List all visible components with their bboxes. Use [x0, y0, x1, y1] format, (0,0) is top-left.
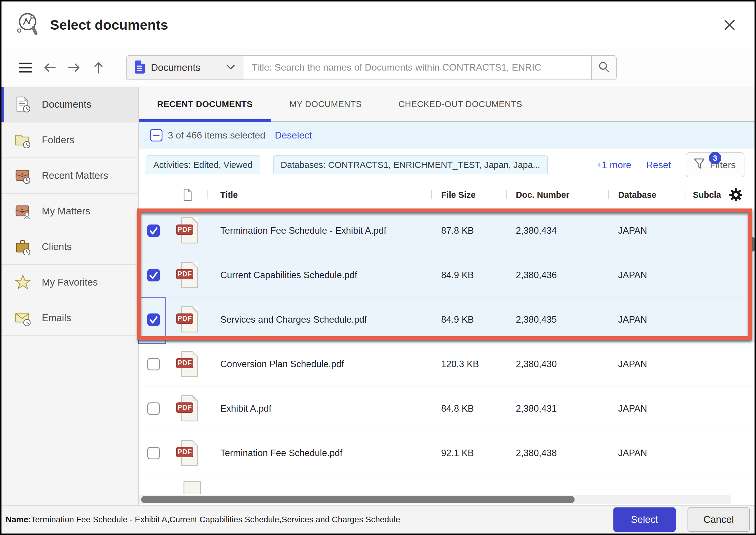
sidebar-item-folders[interactable]: Folders [2, 123, 138, 158]
select-documents-dialog: Select documents [0, 0, 756, 535]
sidebar-item-clients[interactable]: Clients [2, 229, 138, 265]
row-doc-number: 2,380,430 [506, 359, 608, 370]
row-database: JAPAN [608, 359, 685, 370]
row-file-size: 84.9 KB [431, 270, 506, 281]
sidebar-item-label: Recent Matters [42, 170, 108, 181]
content-panel: RECENT DOCUMENTS MY DOCUMENTS CHECKED-OU… [139, 87, 754, 505]
search-scope-label: Documents [151, 62, 220, 73]
cancel-button[interactable]: Cancel [688, 507, 750, 532]
funnel-icon [693, 157, 706, 172]
sidebar-item-emails[interactable]: Emails [2, 300, 138, 336]
pdf-file-icon: PDF [176, 217, 199, 244]
matter-person-icon [14, 203, 31, 219]
table-row-partial [139, 475, 754, 494]
pdf-file-icon: PDF [176, 351, 199, 378]
document-icon [134, 60, 145, 75]
sidebar-item-label: My Matters [42, 206, 90, 217]
dialog-title: Select documents [50, 17, 168, 33]
row-title: Services and Charges Schedule.pdf [207, 314, 431, 325]
folder-clock-icon [14, 132, 31, 148]
document-list: PDF Termination Fee Schedule - Exhibit A… [139, 209, 754, 494]
filters-count-badge: 3 [709, 152, 721, 164]
briefcase-clock-icon [14, 239, 31, 255]
table-row[interactable]: PDF Current Capabilities Schedule.pdf 84… [139, 253, 754, 297]
filters-button[interactable]: Filters 3 [686, 153, 744, 177]
name-value: Termination Fee Schedule - Exhibit A,Cur… [31, 515, 400, 524]
table-row[interactable]: PDF Termination Fee Schedule - Exhibit A… [139, 209, 754, 253]
sidebar-item-documents[interactable]: Documents [2, 87, 138, 123]
reset-filters-link[interactable]: Reset [646, 159, 671, 171]
select-button[interactable]: Select [613, 507, 676, 532]
matter-clock-icon [14, 167, 31, 184]
more-filters-link[interactable]: +1 more [596, 159, 631, 171]
sidebar-item-recent-matters[interactable]: Recent Matters [2, 158, 138, 194]
row-checkbox[interactable] [147, 269, 160, 281]
row-database: JAPAN [608, 314, 685, 325]
deselect-link[interactable]: Deselect [275, 130, 312, 141]
column-header-subclass[interactable]: Subcla [685, 181, 754, 209]
row-title: Termination Fee Schedule.pdf [207, 448, 431, 459]
table-row[interactable]: PDF Conversion Plan Schedule.pdf 120.3 K… [139, 342, 754, 386]
search-icon [598, 61, 610, 74]
chevron-down-icon [226, 64, 235, 71]
row-title: Exhibit A.pdf [207, 403, 431, 414]
search-input[interactable] [243, 56, 591, 79]
sidebar-item-label: Documents [42, 99, 91, 110]
filter-chip-activities[interactable]: Activities: Edited, Viewed [146, 155, 260, 174]
row-checkbox[interactable] [147, 358, 160, 370]
row-doc-number: 2,380,435 [506, 314, 608, 325]
sidebar-item-label: Emails [42, 312, 71, 324]
row-file-size: 84.9 KB [431, 314, 506, 325]
tab-my-documents[interactable]: MY DOCUMENTS [271, 87, 380, 121]
table-header: Title File Size Doc. Number Database Sub… [139, 181, 754, 209]
table-row[interactable]: PDF Services and Charges Schedule.pdf 84… [139, 297, 754, 342]
sidebar-item-my-matters[interactable]: My Matters [2, 194, 138, 229]
row-file-size: 120.3 KB [431, 359, 506, 370]
star-icon [14, 274, 31, 291]
column-header-doc-number[interactable]: Doc. Number [506, 181, 608, 209]
back-arrow-icon[interactable] [40, 61, 59, 75]
horizontal-scrollbar-track[interactable] [139, 495, 731, 504]
table-row[interactable]: PDF Termination Fee Schedule.pdf 92.1 KB… [139, 431, 754, 475]
close-icon[interactable] [722, 17, 737, 33]
pdf-file-icon: PDF [176, 440, 199, 466]
pdf-file-icon: PDF [176, 395, 199, 422]
row-title: Current Capabilities Schedule.pdf [207, 270, 431, 281]
row-title: Termination Fee Schedule - Exhibit A.pdf [207, 225, 431, 236]
horizontal-scrollbar-thumb[interactable] [141, 496, 575, 503]
row-checkbox[interactable] [147, 447, 160, 459]
filter-row: Activities: Edited, Viewed Databases: CO… [139, 149, 754, 181]
row-checkbox[interactable] [147, 224, 160, 237]
row-title: Conversion Plan Schedule.pdf [207, 359, 431, 370]
row-database: JAPAN [608, 225, 685, 236]
column-header-database[interactable]: Database [608, 181, 685, 209]
row-database: JAPAN [608, 270, 685, 281]
table-row[interactable]: PDF Exhibit A.pdf 84.8 KB 2,380,431 JAPA… [139, 386, 754, 431]
up-arrow-icon[interactable] [89, 61, 108, 75]
column-header-file-size[interactable]: File Size [431, 181, 506, 209]
forward-arrow-icon[interactable] [65, 61, 83, 75]
row-database: JAPAN [608, 448, 685, 459]
pdf-file-icon [183, 481, 201, 494]
select-all-checkbox[interactable] [150, 129, 162, 141]
header-checkbox-column [139, 181, 168, 209]
row-doc-number: 2,380,434 [506, 225, 608, 236]
vertical-scrollbar-thumb[interactable] [751, 237, 755, 251]
file-type-column-icon [168, 181, 207, 209]
sidebar-item-my-favorites[interactable]: My Favorites [2, 265, 138, 300]
column-settings-gear-icon[interactable] [729, 188, 742, 202]
row-doc-number: 2,380,436 [506, 270, 608, 281]
search-scope-dropdown[interactable]: Documents [126, 56, 243, 79]
row-checkbox[interactable] [147, 403, 160, 415]
menu-hamburger-icon[interactable] [16, 61, 35, 75]
filter-chip-databases[interactable]: Databases: CONTRACTS1, ENRICHMENT_TEST, … [273, 155, 548, 174]
search-button[interactable] [591, 56, 616, 79]
row-checkbox[interactable] [147, 314, 160, 326]
tab-checked-out-documents[interactable]: CHECKED-OUT DOCUMENTS [380, 87, 541, 121]
tab-recent-documents[interactable]: RECENT DOCUMENTS [139, 87, 271, 121]
sidebar: Documents Folders [2, 87, 139, 505]
dialog-header: Select documents [2, 2, 754, 48]
column-header-title[interactable]: Title [207, 181, 431, 209]
sidebar-item-label: My Favorites [42, 277, 98, 288]
row-database: JAPAN [608, 403, 685, 414]
